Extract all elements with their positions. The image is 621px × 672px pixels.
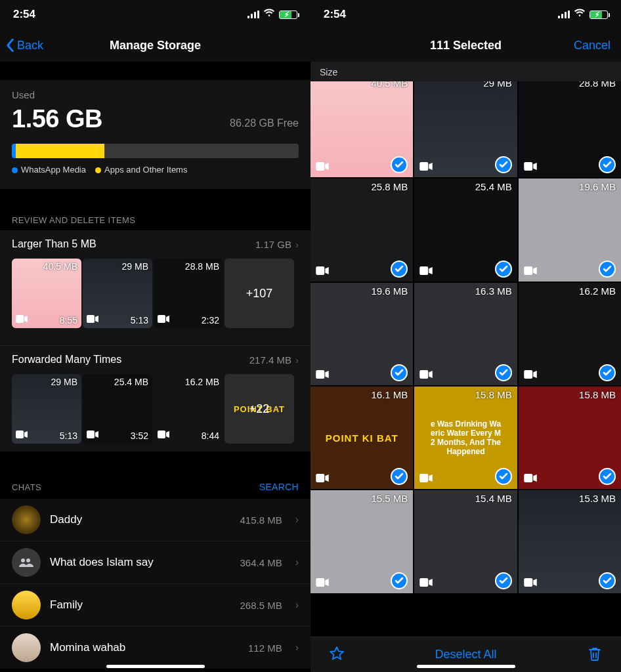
media-tile[interactable]: e Was Drinking Wa eric Water Every M 2 M… xyxy=(414,387,517,489)
media-tile[interactable]: 40.5 MB xyxy=(310,81,413,177)
nav-bar: Back Manage Storage xyxy=(0,29,310,62)
media-tile[interactable]: 19.6 MB xyxy=(310,283,413,385)
chat-size: 112 MB xyxy=(248,642,282,654)
tile-size: 15.8 MB xyxy=(475,389,512,400)
free-size: 86.28 GB Free xyxy=(230,117,299,129)
media-tile[interactable]: 16.3 MB xyxy=(414,283,517,385)
storage-bar-other xyxy=(16,144,104,158)
thumb-size: 40.5 MB xyxy=(43,261,77,272)
video-icon xyxy=(524,578,537,589)
chat-row[interactable]: Momina wahab 112 MB › xyxy=(0,626,310,669)
tile-size: 15.4 MB xyxy=(475,493,512,504)
media-thumb[interactable]: 40.5 MB 8:55 xyxy=(12,259,81,328)
svg-rect-16 xyxy=(524,370,532,379)
video-icon xyxy=(419,266,433,278)
deselect-all-button[interactable]: Deselect All xyxy=(435,648,496,662)
status-bar: 2:54 ⚡︎ xyxy=(0,0,310,29)
media-thumb[interactable]: 28.8 MB 2:32 xyxy=(154,259,223,328)
video-icon xyxy=(524,266,537,278)
larger-thumbs: 40.5 MB 8:55 29 MB 5:13 28.8 MB 2:32 +10… xyxy=(0,258,310,336)
tile-size: 16.3 MB xyxy=(475,285,512,297)
media-tile[interactable]: 29 MB xyxy=(414,81,517,177)
video-icon xyxy=(316,473,329,485)
media-tile[interactable]: 15.5 MB xyxy=(310,490,413,593)
media-thumb-more[interactable]: POINT BAT +22 xyxy=(225,374,294,444)
svg-point-6 xyxy=(21,558,25,562)
check-icon xyxy=(391,156,408,173)
check-icon xyxy=(495,468,512,485)
legend: WhatsApp Media Apps and Other Items xyxy=(0,165,310,186)
star-button[interactable] xyxy=(329,646,345,664)
home-indicator xyxy=(106,665,205,668)
chat-row[interactable]: Family 268.5 MB › xyxy=(0,583,310,626)
thumb-more: +22 xyxy=(249,402,270,416)
forwarded-total: 217.4 MB xyxy=(249,354,291,366)
svg-point-7 xyxy=(26,558,30,562)
video-icon xyxy=(524,369,537,381)
svg-rect-17 xyxy=(316,474,324,482)
tile-size: 15.8 MB xyxy=(579,389,616,400)
home-indicator xyxy=(417,665,515,668)
larger-row[interactable]: Larger Than 5 MB 1.17 GB› xyxy=(0,230,310,258)
media-tile[interactable]: 15.3 MB xyxy=(519,490,621,593)
video-icon xyxy=(87,314,98,326)
video-icon xyxy=(87,429,98,441)
svg-rect-20 xyxy=(316,578,324,587)
chat-row[interactable]: What does Islam say 364.4 MB › xyxy=(0,541,310,583)
search-button[interactable]: SEARCH xyxy=(259,482,299,492)
media-thumb-more[interactable]: +107 xyxy=(225,259,294,328)
video-icon xyxy=(316,161,329,173)
trash-button[interactable] xyxy=(587,646,603,664)
chat-row[interactable]: Daddy 415.8 MB › xyxy=(0,499,310,541)
media-thumb[interactable]: 29 MB 5:13 xyxy=(83,259,152,328)
chat-name: Momina wahab xyxy=(50,641,239,654)
used-label: Used xyxy=(12,89,35,100)
status-indicators: ⚡︎ xyxy=(558,8,608,21)
video-icon xyxy=(524,473,537,485)
video-icon xyxy=(16,429,28,441)
chat-size: 415.8 MB xyxy=(240,514,282,526)
svg-rect-2 xyxy=(158,315,165,323)
media-thumb[interactable]: 25.4 MB 3:52 xyxy=(83,374,152,444)
media-tile[interactable]: 25.4 MB xyxy=(414,178,517,281)
media-tile[interactable]: 19.6 MB xyxy=(519,178,621,281)
tile-size: 16.2 MB xyxy=(579,285,616,297)
cellular-icon xyxy=(558,10,570,18)
media-tile[interactable]: 25.8 MB xyxy=(310,178,413,281)
status-time: 2:54 xyxy=(324,8,346,21)
tile-size: 29 MB xyxy=(483,81,511,89)
thumb-dur: 2:32 xyxy=(202,315,219,326)
status-time: 2:54 xyxy=(13,8,35,21)
tile-size: 16.1 MB xyxy=(371,389,408,400)
page-title: Manage Storage xyxy=(110,39,201,52)
media-grid: 40.5 MB 29 MB 28.8 MB 25.8 MB 25.4 MB xyxy=(310,81,621,637)
media-tile[interactable]: 16.2 MB xyxy=(519,283,621,385)
tile-size: 25.4 MB xyxy=(475,181,512,192)
tile-size: 19.6 MB xyxy=(579,181,616,192)
video-icon xyxy=(316,266,329,278)
video-icon xyxy=(316,369,329,381)
svg-rect-19 xyxy=(524,474,532,482)
thumb-size: 25.4 MB xyxy=(114,377,148,387)
chevron-right-icon: › xyxy=(295,642,299,654)
back-button[interactable]: Back xyxy=(5,38,43,52)
forwarded-thumbs: 29 MB 5:13 25.4 MB 3:52 16.2 MB 8:44 POI… xyxy=(0,373,310,452)
media-thumb[interactable]: 16.2 MB 8:44 xyxy=(154,374,223,444)
forwarded-title: Forwarded Many Times xyxy=(12,354,121,366)
battery-icon: ⚡︎ xyxy=(589,10,608,19)
check-icon xyxy=(495,364,512,381)
media-thumb[interactable]: 29 MB 5:13 xyxy=(12,374,81,444)
media-tile[interactable]: 15.4 MB xyxy=(414,490,517,593)
wifi-icon xyxy=(574,8,586,21)
media-tile[interactable]: 15.8 MB xyxy=(519,387,621,489)
cancel-button[interactable]: Cancel xyxy=(574,39,610,52)
video-icon xyxy=(158,429,169,441)
check-icon xyxy=(495,572,512,589)
avatar xyxy=(12,591,41,620)
svg-rect-15 xyxy=(420,370,429,379)
video-icon xyxy=(419,473,433,485)
media-tile[interactable]: POINT KI BAT 16.1 MB xyxy=(310,387,413,489)
forwarded-row[interactable]: Forwarded Many Times 217.4 MB› xyxy=(0,345,310,373)
svg-rect-18 xyxy=(420,474,429,482)
media-tile[interactable]: 28.8 MB xyxy=(519,81,621,177)
